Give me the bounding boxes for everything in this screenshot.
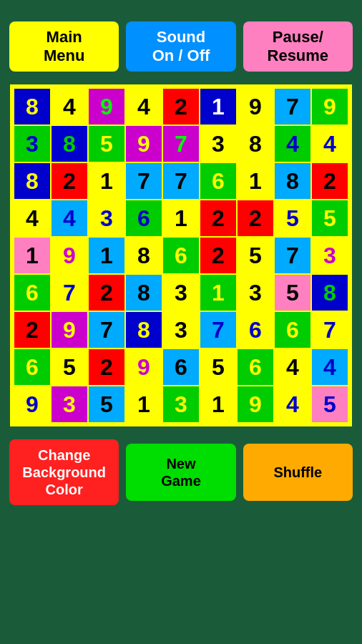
grid-cell-70[interactable]: 4 [275,349,310,385]
grid-cell-15[interactable]: 8 [238,126,273,162]
grid-cell-25[interactable]: 8 [275,163,310,199]
grid-cell-9[interactable]: 3 [14,126,50,162]
grid-cell-2[interactable]: 9 [89,89,124,125]
pause-resume-button[interactable]: Pause/Resume [243,21,353,72]
grid-cell-8[interactable]: 9 [312,89,348,125]
grid-cell-31[interactable]: 1 [163,200,199,236]
grid-cell-14[interactable]: 3 [200,126,236,162]
grid-cell-26[interactable]: 2 [312,163,348,199]
grid-cell-30[interactable]: 6 [126,200,162,236]
grid-cell-68[interactable]: 5 [200,349,236,385]
grid-cell-46[interactable]: 7 [52,275,87,311]
grid-cell-22[interactable]: 7 [163,163,199,199]
grid-cell-13[interactable]: 7 [163,126,199,162]
grid-cell-1[interactable]: 4 [52,89,87,125]
grid-cell-11[interactable]: 5 [89,126,124,162]
grid-cell-21[interactable]: 7 [126,163,162,199]
grid-cell-77[interactable]: 1 [200,386,236,422]
grid-cell-47[interactable]: 2 [89,275,124,311]
grid-cell-20[interactable]: 1 [89,163,124,199]
grid-cell-48[interactable]: 8 [126,275,162,311]
grid-cell-75[interactable]: 1 [126,386,162,422]
grid-cell-76[interactable]: 3 [163,386,199,422]
grid-cell-40[interactable]: 6 [163,238,199,273]
grid-cell-53[interactable]: 8 [312,275,348,311]
grid-cell-58[interactable]: 3 [163,312,199,348]
grid-cell-54[interactable]: 2 [14,312,50,348]
grid-cell-49[interactable]: 3 [163,275,199,311]
grid-cell-61[interactable]: 6 [275,312,310,348]
grid-cell-24[interactable]: 1 [238,163,273,199]
grid-cell-36[interactable]: 1 [14,238,50,273]
grid-cell-62[interactable]: 7 [312,312,348,348]
grid-cell-5[interactable]: 1 [200,89,236,125]
grid-cell-39[interactable]: 8 [126,238,162,273]
grid-cell-69[interactable]: 6 [238,349,273,385]
grid-cell-73[interactable]: 3 [52,386,87,422]
grid-cell-52[interactable]: 5 [275,275,310,311]
grid-cell-37[interactable]: 9 [52,238,87,273]
bottom-button-bar: ChangeBackgroundColor NewGame Shuffle [9,439,353,505]
sudoku-grid-wrapper: 8494219793859738448217761824436122551918… [10,84,352,426]
grid-cell-28[interactable]: 4 [52,200,87,236]
grid-cell-23[interactable]: 6 [200,163,236,199]
grid-cell-55[interactable]: 9 [52,312,87,348]
grid-cell-50[interactable]: 1 [200,275,236,311]
grid-cell-71[interactable]: 4 [312,349,348,385]
grid-cell-45[interactable]: 6 [14,275,50,311]
grid-cell-10[interactable]: 8 [52,126,87,162]
grid-cell-6[interactable]: 9 [238,89,273,125]
grid-cell-78[interactable]: 9 [238,386,273,422]
grid-cell-63[interactable]: 6 [14,349,50,385]
grid-cell-34[interactable]: 5 [275,200,310,236]
grid-cell-80[interactable]: 5 [312,386,348,422]
grid-cell-43[interactable]: 7 [275,238,310,273]
grid-cell-38[interactable]: 1 [89,238,124,273]
grid-cell-59[interactable]: 7 [200,312,236,348]
new-game-button[interactable]: NewGame [126,444,235,501]
grid-cell-3[interactable]: 4 [126,89,162,125]
grid-cell-60[interactable]: 6 [238,312,273,348]
grid-cell-29[interactable]: 3 [89,200,124,236]
grid-cell-35[interactable]: 5 [312,200,348,236]
shuffle-button[interactable]: Shuffle [243,444,353,501]
grid-cell-74[interactable]: 5 [89,386,124,422]
change-background-button[interactable]: ChangeBackgroundColor [9,439,119,505]
grid-cell-41[interactable]: 2 [200,238,236,273]
grid-cell-42[interactable]: 5 [238,238,273,273]
grid-cell-56[interactable]: 7 [89,312,124,348]
grid-cell-27[interactable]: 4 [14,200,50,236]
main-menu-button[interactable]: MainMenu [9,21,119,72]
grid-cell-0[interactable]: 8 [14,89,50,125]
grid-cell-32[interactable]: 2 [200,200,236,236]
grid-cell-66[interactable]: 9 [126,349,162,385]
grid-cell-51[interactable]: 3 [238,275,273,311]
grid-cell-4[interactable]: 2 [163,89,199,125]
grid-cell-65[interactable]: 2 [89,349,124,385]
sound-toggle-button[interactable]: SoundOn / Off [126,21,235,72]
grid-cell-18[interactable]: 8 [14,163,50,199]
grid-cell-72[interactable]: 9 [14,386,50,422]
grid-cell-44[interactable]: 3 [312,238,348,273]
grid-cell-64[interactable]: 5 [52,349,87,385]
grid-cell-16[interactable]: 4 [275,126,310,162]
grid-cell-67[interactable]: 6 [163,349,199,385]
top-button-bar: MainMenu SoundOn / Off Pause/Resume [9,21,353,72]
grid-cell-19[interactable]: 2 [52,163,87,199]
grid-cell-33[interactable]: 2 [238,200,273,236]
grid-cell-57[interactable]: 8 [126,312,162,348]
grid-cell-79[interactable]: 4 [275,386,310,422]
grid-cell-7[interactable]: 7 [275,89,310,125]
grid-cell-12[interactable]: 9 [126,126,162,162]
grid-cell-17[interactable]: 4 [312,126,348,162]
sudoku-grid: 8494219793859738448217761824436122551918… [14,89,348,422]
